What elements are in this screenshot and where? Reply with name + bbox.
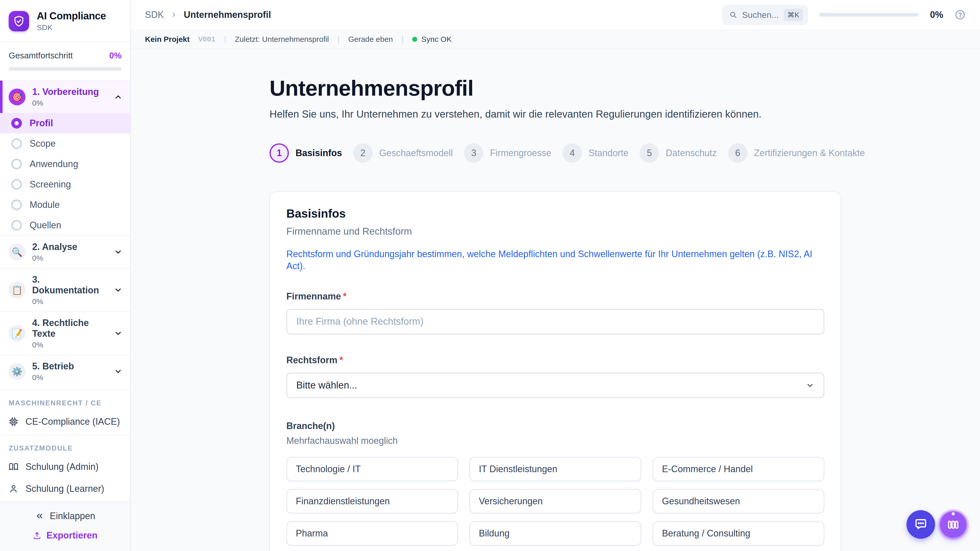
version-badge: V001 xyxy=(198,35,215,43)
last-saved-time: Gerade eben xyxy=(348,35,393,44)
radio-filled-icon xyxy=(11,118,22,129)
step-firmengroesse[interactable]: 3 Firmengroesse xyxy=(464,143,551,163)
chevron-right-icon xyxy=(170,11,178,19)
breadcrumb-current: Unternehmensprofil xyxy=(184,10,271,20)
industry-chip[interactable]: E-Commerce / Handel xyxy=(652,457,824,481)
radio-empty-icon xyxy=(11,220,22,230)
notification-dot xyxy=(952,512,955,515)
branche-hint: Mehrfachauswahl moeglich xyxy=(286,435,824,446)
search-shortcut-badge: ⌘K xyxy=(784,9,803,21)
book-icon xyxy=(9,462,18,472)
firmenname-input[interactable] xyxy=(286,309,824,334)
shield-check-logo-icon xyxy=(9,11,29,32)
divider: | xyxy=(224,35,226,44)
group-header-zusatzmodule: ZUSATZMODULE xyxy=(0,435,130,456)
step-datenschutz[interactable]: 5 Datenschutz xyxy=(640,143,717,163)
chevron-up-icon xyxy=(114,93,123,101)
clipboard-icon: 📋 xyxy=(9,282,25,299)
rechtsform-select[interactable]: Bitte wählen... xyxy=(286,373,824,398)
breadcrumb-root[interactable]: SDK xyxy=(145,10,164,20)
rechtsform-label: Rechtsform* xyxy=(286,355,824,365)
last-step-text: Zuletzt: Unternehmensprofil xyxy=(235,35,329,44)
columns-icon xyxy=(946,518,960,532)
sidebar-item-module[interactable]: Module xyxy=(0,195,130,215)
project-name: Kein Projekt xyxy=(145,35,189,44)
sidebar-section-analyse[interactable]: 🔍 2. Analyse 0% xyxy=(0,235,130,268)
sidebar-section-rechtliche-texte[interactable]: 📝 4. Rechtliche Texte 0% xyxy=(0,311,130,355)
export-button[interactable]: Exportieren xyxy=(33,530,97,541)
industry-chip[interactable]: Technologie / IT xyxy=(286,457,458,481)
magnifier-icon: 🔍 xyxy=(9,244,25,260)
search-input[interactable]: Suchen... ⌘K xyxy=(722,5,808,25)
overall-progress-label: Gesamtfortschritt xyxy=(9,51,73,60)
main-content: Unternehmensprofil Helfen Sie uns, Ihr U… xyxy=(130,49,980,551)
sidebar-item-legal-rag[interactable]: Legal RAG xyxy=(0,500,130,502)
app-subtitle: SDK xyxy=(37,23,106,32)
chevron-down-icon xyxy=(114,329,123,338)
header-progress-value: 0% xyxy=(930,10,943,20)
page-title: Unternehmensprofil xyxy=(269,76,841,101)
step-basisinfos[interactable]: 1 Basisinfos xyxy=(269,143,342,163)
required-asterisk: * xyxy=(343,291,347,302)
step-standorte[interactable]: 4 Standorte xyxy=(563,143,628,163)
double-chevron-left-icon xyxy=(35,511,44,521)
gear-icon: ⚙️ xyxy=(9,363,25,380)
industry-grid: Technologie / IT IT Dienstleistungen E-C… xyxy=(286,457,824,551)
main-pane: SDK Unternehmensprofil Suchen... ⌘K 0% K… xyxy=(130,0,980,551)
firmenname-label: Firmenname* xyxy=(286,291,824,302)
chevron-down-icon xyxy=(114,248,123,256)
person-icon xyxy=(9,484,18,494)
topbar: SDK Unternehmensprofil Suchen... ⌘K 0% xyxy=(130,0,980,30)
help-button[interactable] xyxy=(955,9,966,21)
sidebar-item-profil[interactable]: Profil xyxy=(0,113,130,133)
sidebar-item-screening[interactable]: Screening xyxy=(0,174,130,195)
sidebar-section-vorbereitung[interactable]: 🎯 1. Vorbereitung 0% xyxy=(0,80,130,113)
radio-empty-icon xyxy=(11,159,22,169)
overall-progress-value: 0% xyxy=(109,51,121,60)
memo-icon: 📝 xyxy=(9,325,25,342)
sidebar-footer: Einklappen Exportieren xyxy=(0,502,130,551)
section-title: 1. Vorbereitung xyxy=(32,86,107,97)
sidebar: AI Compliance SDK Gesamtfortschritt 0% 🎯… xyxy=(0,0,130,551)
sidebar-section-dokumentation[interactable]: 📋 3. Dokumentation 0% xyxy=(0,268,130,311)
chat-fab-button[interactable] xyxy=(907,510,935,539)
chat-bubble-icon xyxy=(914,517,928,532)
step-zertifizierungen[interactable]: 6 Zertifizierungen & Kontakte xyxy=(728,143,865,163)
brand: AI Compliance SDK xyxy=(0,0,130,41)
industry-chip[interactable]: Versicherungen xyxy=(469,489,641,513)
industry-chip[interactable]: Gesundheitswesen xyxy=(652,489,824,513)
collapse-sidebar-button[interactable]: Einklappen xyxy=(35,511,95,521)
sidebar-item-scope[interactable]: Scope xyxy=(0,133,130,154)
search-icon xyxy=(729,11,737,19)
chevron-down-icon xyxy=(806,381,815,390)
industry-chip[interactable]: IT Dienstleistungen xyxy=(469,457,641,481)
target-icon: 🎯 xyxy=(9,89,25,105)
sidebar-item-schulung-admin[interactable]: Schulung (Admin) xyxy=(0,456,130,478)
overall-progress: Gesamtfortschritt 0% xyxy=(0,41,130,80)
industry-chip[interactable]: Finanzdienstleistungen xyxy=(286,489,458,513)
upload-icon xyxy=(33,531,41,540)
industry-chip[interactable]: Pharma xyxy=(286,521,458,546)
section-subitems: Profil Scope Anwendung Screening Module … xyxy=(0,113,130,235)
page-subtitle: Helfen Sie uns, Ihr Unternehmen zu verst… xyxy=(269,108,841,120)
overall-progress-bar xyxy=(9,67,121,71)
radio-empty-icon xyxy=(11,200,22,210)
industry-chip[interactable]: Bildung xyxy=(469,521,641,546)
industry-chip[interactable]: Beratung / Consulting xyxy=(652,521,824,546)
app-title: AI Compliance xyxy=(37,10,106,22)
sidebar-item-schulung-learner[interactable]: Schulung (Learner) xyxy=(0,478,130,500)
header-progress-bar xyxy=(819,13,919,17)
sidebar-item-ce-compliance[interactable]: CE-Compliance (IACE) xyxy=(0,411,130,433)
branche-label: Branche(n) xyxy=(286,421,824,431)
columns-fab-button[interactable] xyxy=(939,511,967,539)
sidebar-section-betrieb[interactable]: ⚙️ 5. Betrieb 0% xyxy=(0,355,130,387)
divider: | xyxy=(402,35,404,44)
step-geschaeftsmodell[interactable]: 2 Geschaeftsmodell xyxy=(353,143,453,163)
sidebar-item-anwendung[interactable]: Anwendung xyxy=(0,154,130,174)
sidebar-item-quellen[interactable]: Quellen xyxy=(0,215,130,235)
breadcrumb: SDK Unternehmensprofil xyxy=(145,10,271,20)
step-indicator: 1 Basisinfos 2 Geschaeftsmodell 3 Firmen… xyxy=(269,143,841,163)
sync-ok-dot-icon xyxy=(412,37,417,42)
required-asterisk: * xyxy=(339,355,343,365)
group-header-maschinenrecht: MASCHINENRECHT / CE xyxy=(0,389,130,411)
